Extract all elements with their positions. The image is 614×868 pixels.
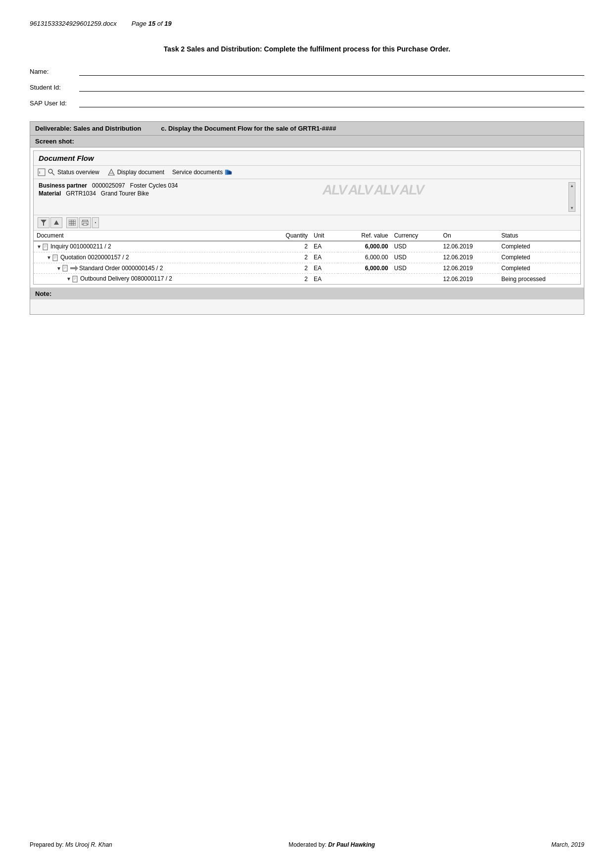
doc-name-cell: ▼ Quotation 0020000157 / 2	[34, 252, 265, 263]
scroll-down-arrow: ▼	[569, 205, 575, 211]
doc-on-cell: 12.06.2019	[440, 252, 499, 263]
svg-marker-4	[108, 169, 114, 175]
col-on: On	[440, 231, 499, 241]
doc-row-name: Quotation 0020000157 / 2	[60, 254, 129, 261]
col-quantity: Quantity	[265, 231, 311, 241]
sap-user-id-input-line[interactable]	[79, 98, 584, 107]
scrollbar[interactable]: ▲ ▼	[568, 182, 575, 212]
table-row: ▼ Standard Order 0000000145 / 22EA6,000.…	[34, 263, 580, 274]
col-currency: Currency	[391, 231, 440, 241]
doc-row-name: Inquiry 0010000211 / 2	[50, 243, 111, 250]
svg-rect-8	[229, 171, 232, 174]
up-arrow-icon-btn[interactable]	[50, 217, 62, 228]
doc-row-name: Outbound Delivery 0080000117 / 2	[80, 275, 172, 282]
prepared-by: Prepared by: Ms Urooj R. Khan	[30, 841, 112, 848]
prepared-name: Ms Urooj R. Khan	[65, 841, 112, 848]
name-label: Name:	[30, 68, 79, 75]
doc-ref-cell: 6,000.00	[338, 263, 391, 274]
doc-ref-cell: 6,000.00	[338, 252, 391, 263]
table-row: ▼ Quotation 0020000157 / 22EA6,000.00USD…	[34, 252, 580, 263]
name-field-row: Name:	[30, 67, 584, 76]
business-partner-section: Business partner 0000025097 Foster Cycle…	[34, 179, 580, 215]
doc-row-name: Standard Order 0000000145 / 2	[79, 265, 163, 272]
date: March, 2019	[551, 841, 584, 848]
doc-currency-cell: USD	[391, 252, 440, 263]
doc-status-cell: Completed	[498, 241, 580, 252]
status-overview-btn[interactable]: i Status overview	[38, 168, 99, 176]
svg-point-2	[48, 169, 52, 173]
material-label: Material	[39, 190, 61, 197]
doc-name-cell: ▼ Inquiry 0010000211 / 2	[34, 241, 265, 252]
watermark: ALV	[322, 182, 348, 198]
col-status: Status	[498, 231, 580, 241]
svg-rect-31	[70, 267, 75, 269]
material-number: GRTR1034	[66, 190, 95, 197]
svg-rect-11	[69, 220, 76, 226]
doc-currency-cell: USD	[391, 263, 440, 274]
col-document: Document	[34, 231, 265, 241]
page-current: 15	[148, 20, 155, 27]
doc-unit-cell: EA	[311, 274, 337, 284]
doc-unit-cell: EA	[311, 241, 337, 252]
sap-user-id-label: SAP User Id:	[30, 99, 79, 107]
moderated-name: Dr Paul Hawking	[328, 841, 375, 848]
display-document-btn[interactable]: Display document	[107, 168, 164, 176]
display-doc-icon	[107, 168, 115, 176]
table-row: ▼ Inquiry 0010000211 / 22EA6,000.00USD12…	[34, 241, 580, 252]
prepared-label: Prepared by:	[30, 841, 64, 848]
doc-qty-cell: 2	[265, 241, 311, 252]
note-label: Note:	[30, 288, 584, 299]
bp-name: Foster Cycles 034	[130, 182, 178, 189]
moderated-by: Moderated by: Dr Paul Hawking	[288, 841, 375, 848]
filename: 9613153332492960​1259.docx	[30, 20, 117, 27]
doc-qty-cell: 2	[265, 252, 311, 263]
doc-name-cell: ▼ Standard Order 0000000145 / 2	[34, 263, 265, 274]
watermark2: ALV	[347, 182, 374, 198]
svg-marker-10	[54, 220, 59, 225]
doc-ref-cell	[338, 274, 391, 284]
doc-currency-cell: USD	[391, 241, 440, 252]
doc-status-cell: Completed	[498, 263, 580, 274]
doc-on-cell: 12.06.2019	[440, 274, 499, 284]
name-input-line[interactable]	[79, 67, 584, 76]
deliverable-label: Deliverable: Sales and Distribution	[35, 125, 142, 132]
service-documents-label: Service documents	[172, 169, 223, 176]
col-ref-value: Ref. value	[338, 231, 391, 241]
status-overview-label: Status overview	[57, 169, 99, 176]
display-task: c. Display the Document Flow for the sal…	[161, 125, 336, 132]
page-info: Page 15 of 19	[132, 20, 172, 27]
doc-name-cell: ▼ Outbound Delivery 0080000117 / 2	[34, 274, 265, 284]
doc-ref-cell: 6,000.00	[338, 241, 391, 252]
status-overview-icon: i	[38, 168, 46, 176]
doc-qty-cell: 2	[265, 263, 311, 274]
bp-label: Business partner	[39, 182, 87, 189]
page-header: 9613153332492960​1259.docx Page 15 of 19	[30, 20, 584, 27]
bp-number: 0000025097	[92, 182, 125, 189]
magnifier-icon	[47, 168, 55, 176]
page-footer: Prepared by: Ms Urooj R. Khan Moderated …	[30, 841, 584, 848]
svg-marker-9	[41, 220, 47, 226]
doc-currency-cell	[391, 274, 440, 284]
table-icon-btn[interactable]	[66, 217, 78, 228]
doc-flow-table: Document Quantity Unit Ref. value Curren…	[34, 231, 580, 284]
student-id-label: Student Id:	[30, 84, 79, 91]
doc-flow-title: Document Flow	[34, 151, 580, 166]
sap-box-header: Deliverable: Sales and Distribution c. D…	[30, 122, 584, 136]
screen-shot-label: Screen shot:	[30, 136, 584, 147]
doc-unit-cell: EA	[311, 263, 337, 274]
page-total: 19	[164, 20, 171, 27]
display-document-label: Display document	[117, 169, 164, 176]
svg-rect-27	[63, 265, 67, 271]
watermark4: ALV	[398, 182, 425, 198]
service-documents-btn[interactable]: Service documents	[172, 168, 233, 176]
student-id-input-line[interactable]	[79, 83, 584, 92]
filter-icon-btn[interactable]	[38, 217, 49, 228]
sap-user-id-field-row: SAP User Id:	[30, 98, 584, 107]
moderated-label: Moderated by:	[288, 841, 327, 848]
watermark3: ALV	[373, 182, 399, 198]
doc-unit-cell: EA	[311, 252, 337, 263]
doc-qty-cell: 2	[265, 274, 311, 284]
dot-icon-btn[interactable]: ·	[92, 217, 99, 228]
sap-inner-screen: Document Flow i Status overview	[33, 150, 581, 285]
print-icon-btn[interactable]	[79, 217, 91, 228]
